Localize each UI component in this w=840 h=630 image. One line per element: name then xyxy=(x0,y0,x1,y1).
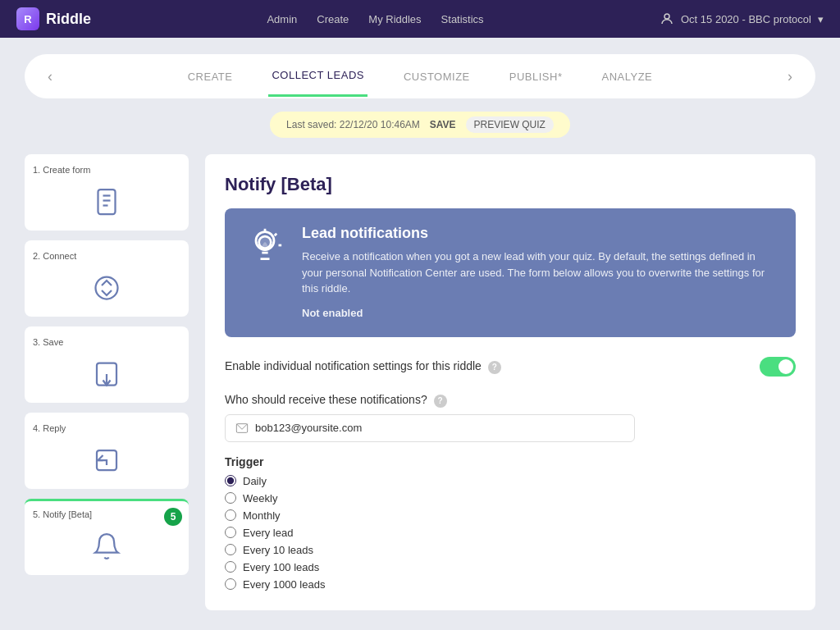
tab-collect-leads[interactable]: COLLECT LEADS xyxy=(268,56,367,97)
tab-publish[interactable]: PUBLISH* xyxy=(506,57,566,96)
nav-create[interactable]: Create xyxy=(317,13,349,25)
save-link[interactable]: SAVE xyxy=(430,119,456,130)
radio-monthly[interactable] xyxy=(225,509,236,521)
enable-toggle[interactable] xyxy=(760,357,796,377)
save-bar: Last saved: 22/12/20 10:46AM SAVE PREVIE… xyxy=(270,112,570,138)
arrows-icon xyxy=(33,267,180,308)
trigger-radio-group: Daily Weekly Monthly Every lead xyxy=(225,475,796,591)
brand-name: Riddle xyxy=(46,11,91,28)
trigger-option-every-1000: Every 1000 leads xyxy=(225,578,796,591)
radio-weekly[interactable] xyxy=(225,492,236,504)
nav-statistics[interactable]: Statistics xyxy=(441,13,484,25)
document-icon xyxy=(33,181,180,222)
step-tabs: CREATE COLLECT LEADS CUSTOMIZE PUBLISH* … xyxy=(59,56,781,97)
trigger-option-weekly: Weekly xyxy=(225,492,796,504)
logo-icon: R xyxy=(16,7,39,30)
tab-customize[interactable]: CUSTOMIZE xyxy=(400,57,473,96)
info-banner: Lead notifications Receive a notificatio… xyxy=(225,208,796,337)
prev-step-button[interactable]: ‹ xyxy=(41,65,59,89)
trigger-option-monthly: Monthly xyxy=(225,509,796,522)
tab-analyze[interactable]: ANALYZE xyxy=(598,57,655,96)
next-step-button[interactable]: › xyxy=(781,65,799,89)
email-input-wrap xyxy=(225,414,635,442)
trigger-option-every-10: Every 10 leads xyxy=(225,544,796,556)
sidebar-item-save[interactable]: 3. Save xyxy=(25,326,189,403)
enable-label: Enable individual notification settings … xyxy=(225,359,501,374)
sidebar-item-create-form[interactable]: 1. Create form xyxy=(25,154,189,231)
trigger-option-every-lead: Every lead xyxy=(225,527,796,539)
nav-links: Admin Create My Riddles Statistics xyxy=(267,13,483,25)
radio-every-1000[interactable] xyxy=(225,578,236,590)
trigger-section: Trigger Daily Weekly Monthly xyxy=(225,455,796,591)
enable-info-icon[interactable]: ? xyxy=(488,361,501,374)
sidebar-item-2-title: 2. Connect xyxy=(33,251,180,261)
main-panel: Notify [Beta] Lead notifications xyxy=(205,154,815,610)
trigger-label: Trigger xyxy=(225,455,796,468)
tab-create[interactable]: CREATE xyxy=(185,57,236,96)
sidebar: 1. Create form 2. Connect xyxy=(25,154,189,610)
brand-logo: R Riddle xyxy=(16,7,91,30)
svg-rect-1 xyxy=(98,189,116,214)
svg-line-11 xyxy=(275,234,277,236)
sidebar-item-1-title: 1. Create form xyxy=(33,165,180,175)
reply-icon xyxy=(33,440,180,481)
who-info-icon[interactable]: ? xyxy=(434,395,447,408)
sidebar-item-connect[interactable]: 2. Connect xyxy=(25,240,189,317)
banner-description: Receive a notification when you got a ne… xyxy=(302,249,776,297)
bell-icon xyxy=(33,526,180,567)
nav-session: Oct 15 2020 - BBC protocol ▾ xyxy=(660,11,824,26)
page-title: Notify [Beta] xyxy=(225,174,796,195)
sidebar-item-reply[interactable]: 4. Reply xyxy=(25,413,189,489)
email-input[interactable] xyxy=(255,422,624,434)
banner-heading: Lead notifications xyxy=(302,225,776,242)
last-saved-text: Last saved: 22/12/20 10:46AM xyxy=(286,119,420,130)
radio-daily[interactable] xyxy=(225,475,236,486)
sidebar-item-4-title: 4. Reply xyxy=(33,423,180,433)
save-icon xyxy=(33,354,180,395)
radio-every-100[interactable] xyxy=(225,561,236,573)
sidebar-item-notify[interactable]: 5. Notify [Beta] 5 xyxy=(25,499,189,575)
top-navigation: R Riddle Admin Create My Riddles Statist… xyxy=(0,0,840,38)
notify-badge: 5 xyxy=(164,508,182,526)
svg-point-0 xyxy=(664,14,669,19)
user-icon xyxy=(660,11,674,26)
enable-toggle-row: Enable individual notification settings … xyxy=(225,357,796,377)
banner-content: Lead notifications Receive a notificatio… xyxy=(302,225,776,321)
sidebar-item-3-title: 3. Save xyxy=(33,337,180,347)
who-label: Who should receive these notifications? … xyxy=(225,393,796,408)
lightbulb-icon xyxy=(244,225,285,266)
session-label: Oct 15 2020 - BBC protocol xyxy=(681,13,811,25)
radio-every-lead[interactable] xyxy=(225,527,236,538)
banner-status: Not enabled xyxy=(302,305,776,322)
nav-my-riddles[interactable]: My Riddles xyxy=(368,13,421,25)
steps-navigation: ‹ CREATE COLLECT LEADS CUSTOMIZE PUBLISH… xyxy=(25,54,815,98)
nav-admin[interactable]: Admin xyxy=(267,13,297,25)
trigger-option-every-100: Every 100 leads xyxy=(225,561,796,573)
email-icon xyxy=(235,422,249,435)
chevron-down-icon: ▾ xyxy=(818,13,824,25)
trigger-option-daily: Daily xyxy=(225,475,796,487)
radio-every-10[interactable] xyxy=(225,544,236,555)
sidebar-item-5-title: 5. Notify [Beta] xyxy=(33,509,180,519)
preview-quiz-button[interactable]: PREVIEW QUIZ xyxy=(466,116,554,133)
